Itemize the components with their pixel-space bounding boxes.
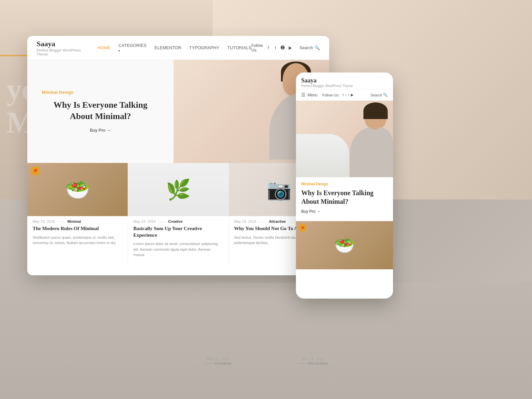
card-3-sep: —— — [259, 219, 266, 223]
nav-link-tutorials[interactable]: TUTORIALS — [227, 45, 251, 50]
card-1-excerpt: Vestibulum purus quam, scelerisque ut, m… — [27, 235, 128, 246]
youtube-icon[interactable]: ▶ — [288, 45, 293, 51]
mobile-person-body — [350, 127, 393, 177]
desktop-mockup: Saaya Perfect Blogger WordPress Theme HO… — [27, 36, 329, 275]
card-2-sep: —— — [158, 219, 166, 223]
facebook-icon[interactable]: f — [266, 45, 271, 51]
mobile-brand-name: Saaya — [301, 77, 388, 84]
twitter-icon[interactable]: t — [273, 45, 278, 51]
desktop-nav-links: HOME CATEGORIES ELEMENTOR TYPOGRAPHY TUT… — [97, 43, 251, 53]
mobile-twitter-icon[interactable]: t — [345, 93, 346, 97]
mobile-search-label: Search — [370, 93, 382, 97]
mobile-person-hair — [363, 102, 388, 119]
card-2-title[interactable]: Basically Sum Up Your Creative Experienc… — [128, 225, 228, 241]
desktop-search[interactable]: Search 🔍 — [300, 45, 320, 50]
desktop-brand-tagline: Perfect Blogger WordPress Theme — [37, 48, 84, 56]
mobile-brand-tagline: Perfect Blogger WordPress Theme — [301, 84, 388, 88]
follow-label: Follow Us: — [251, 43, 263, 53]
mobile-card-image: 📌 — [296, 221, 393, 269]
hero-cta-button[interactable]: Buy Pro → — [42, 128, 159, 133]
bg-card-1: May 19, 2019 —— Creative — [204, 357, 231, 366]
desktop-follow: Follow Us: f t 🅘 ▶ — [251, 43, 293, 53]
hero-left-panel: Minimal Design Why Is Everyone Talking A… — [27, 60, 174, 163]
bg-card-1-cat: Creative — [214, 361, 231, 366]
nav-link-categories[interactable]: CATEGORIES — [118, 43, 146, 53]
background-bottom — [0, 283, 532, 399]
card-2-date: May 19, 2019 — [133, 219, 156, 223]
bg-card-2: May 19, 2019 —— Attractive — [298, 357, 328, 366]
mobile-person-hand — [370, 121, 380, 129]
bg-card-2-sep: —— — [298, 361, 307, 366]
mobile-hero-text: Minimal Design Why Is Everyone Talking A… — [296, 177, 393, 218]
hero-cta-text: Buy Pro → — [90, 128, 111, 133]
bg-card-2-cat: Attractive — [308, 361, 328, 366]
desktop-hero: Minimal Design Why Is Everyone Talking A… — [27, 60, 329, 163]
mobile-search-icon: 🔍 — [383, 93, 388, 97]
bg-card-1-date: May 19, 2019 — [204, 357, 231, 361]
desktop-card-grid: 📌 May 19, 2019 —— Minimal The Modern Rul… — [27, 163, 329, 264]
nav-link-elementor[interactable]: ELEMENTOR — [154, 45, 181, 50]
card-3-date: May 19, 2019 — [234, 219, 256, 223]
card-2-excerpt: Lorem ipsum dolor sit amet, consectetuer… — [128, 241, 228, 258]
bg-card-1-sep: —— — [204, 361, 213, 366]
card-1-title[interactable]: The Modern Rules Of Minimal — [27, 225, 128, 235]
card-1-meta: May 19, 2019 —— Minimal — [27, 216, 128, 225]
mobile-blanket — [296, 134, 349, 177]
mobile-hero-cta[interactable]: Buy Pro → — [301, 209, 388, 214]
mobile-menu-label[interactable]: Menu — [308, 93, 318, 97]
card-1-pin-badge: 📌 — [31, 166, 40, 176]
desktop-brand-name: Saaya — [37, 40, 84, 48]
card-3-category: Attractive — [269, 219, 286, 223]
instagram-icon[interactable]: 🅘 — [280, 45, 286, 51]
card-1-sep: —— — [58, 219, 65, 223]
mobile-follow-label: Follow Us: — [322, 93, 339, 97]
desktop-navbar: Saaya Perfect Blogger WordPress Theme HO… — [27, 36, 329, 60]
card-2: May 19, 2019 —— Creative Basically Sum U… — [128, 163, 229, 264]
nav-link-typography[interactable]: TYPOGRAPHY — [189, 45, 219, 50]
search-icon: 🔍 — [315, 45, 320, 50]
mobile-instagram-icon[interactable]: i — [348, 93, 349, 97]
mobile-menu-bar: ☰ Menu Follow Us: f t i ▶ Search 🔍 — [296, 89, 393, 101]
mobile-search[interactable]: Search 🔍 — [370, 93, 388, 97]
mobile-hero-title: Why Is Everyone Talking About Minimal? — [301, 189, 388, 206]
nav-link-home[interactable]: HOME — [97, 45, 110, 50]
card-2-image — [128, 163, 228, 216]
hero-title: Why Is Everyone Talking About Minimal? — [42, 99, 159, 122]
mobile-mockup: Saaya Perfect Blogger WordPress Theme ☰ … — [296, 72, 393, 299]
card-2-meta: May 19, 2019 —— Creative — [128, 216, 228, 225]
social-icons-group: f t 🅘 ▶ — [266, 45, 293, 51]
mobile-youtube-icon[interactable]: ▶ — [351, 93, 353, 97]
hero-category: Minimal Design — [42, 90, 159, 95]
card-1-date: May 19, 2019 — [33, 219, 55, 223]
background-cards-preview: May 19, 2019 —— Creative May 19, 2019 ——… — [0, 357, 532, 366]
card-1: 📌 May 19, 2019 —— Minimal The Modern Rul… — [27, 163, 128, 264]
mobile-brand-header: Saaya Perfect Blogger WordPress Theme — [296, 72, 393, 89]
desktop-brand: Saaya Perfect Blogger WordPress Theme — [37, 40, 84, 56]
mobile-pin-badge: 📌 — [299, 224, 307, 232]
mobile-hero-category: Minimal Design — [301, 182, 388, 186]
mobile-hero-image — [296, 101, 393, 177]
mobile-facebook-icon[interactable]: f — [342, 93, 344, 97]
card-2-category: Creative — [168, 219, 183, 223]
mobile-social-icons: f t i ▶ — [342, 93, 353, 97]
bg-card-2-date: May 19, 2019 — [298, 357, 328, 361]
card-1-image: 📌 — [27, 163, 128, 216]
card-1-category: Minimal — [67, 219, 81, 223]
hamburger-icon[interactable]: ☰ — [301, 92, 306, 98]
search-label: Search — [300, 45, 313, 50]
